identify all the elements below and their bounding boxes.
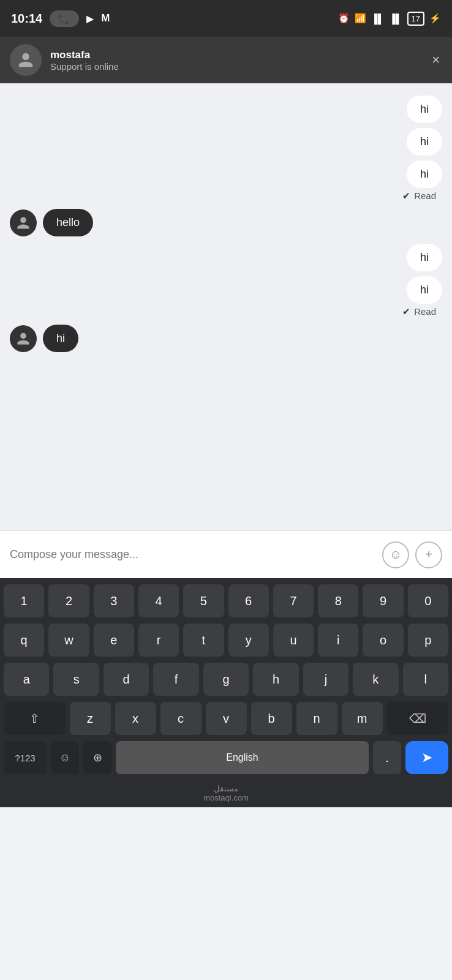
sent-group-1: hi hi hi ✔ Read: [10, 96, 442, 202]
gmail-icon: M: [101, 12, 110, 24]
watermark: مستقل mostaql.com: [0, 782, 452, 807]
key-e[interactable]: e: [94, 624, 134, 657]
wifi-icon: 📶: [355, 13, 366, 24]
keyboard-zxcv-row: ⇧ z x c v b n m ⌫: [4, 702, 448, 735]
key-n[interactable]: n: [296, 702, 337, 735]
key-j[interactable]: j: [303, 663, 348, 696]
status-time: 10:14: [11, 12, 42, 26]
message-bubble: hi: [407, 96, 442, 123]
sender-avatar-2: [10, 325, 37, 352]
signal-icon-2: ▐▌: [389, 13, 402, 24]
key-4[interactable]: 4: [138, 584, 179, 617]
youtube-icon: ▶: [86, 13, 94, 24]
notif-text: mostafa Support is online: [50, 49, 421, 72]
notif-close-button[interactable]: ×: [429, 50, 442, 70]
key-t[interactable]: t: [183, 624, 224, 657]
key-f[interactable]: f: [153, 663, 198, 696]
period-key[interactable]: .: [373, 741, 401, 774]
num-sym-key[interactable]: ?123: [4, 741, 47, 774]
key-5[interactable]: 5: [183, 584, 224, 617]
watermark-line2: mostaql.com: [0, 793, 452, 802]
key-8[interactable]: 8: [318, 584, 358, 617]
key-v[interactable]: v: [206, 702, 247, 735]
key-b[interactable]: b: [251, 702, 292, 735]
compose-bar: ☺ +: [0, 530, 452, 578]
signal-icon-1: ▐▌: [371, 13, 384, 24]
key-0[interactable]: 0: [408, 584, 448, 617]
add-attachment-button[interactable]: +: [415, 541, 442, 568]
alarm-icon: ⏰: [338, 13, 350, 24]
status-bar: 10:14 📞 ▶ M ⏰ 📶 ▐▌ ▐▌ 17 ⚡: [0, 0, 452, 37]
message-bubble: hi: [407, 160, 442, 188]
keyboard-qwerty-row: q w e r t y u i o p: [4, 624, 448, 657]
keyboard-bottom-row: ?123 ☺ ⊕ English . ➤: [4, 741, 448, 774]
key-6[interactable]: 6: [228, 584, 269, 617]
backspace-key[interactable]: ⌫: [387, 702, 449, 735]
notif-avatar: [10, 44, 42, 76]
notif-status: Support is online: [50, 61, 421, 72]
key-q[interactable]: q: [4, 624, 44, 657]
notif-name: mostafa: [50, 49, 421, 61]
key-s[interactable]: s: [53, 663, 99, 696]
received-row: hello: [10, 209, 442, 236]
key-m[interactable]: m: [342, 702, 383, 735]
send-button[interactable]: ➤: [405, 741, 448, 774]
key-l[interactable]: l: [403, 663, 448, 696]
key-a[interactable]: a: [4, 663, 49, 696]
key-w[interactable]: w: [48, 624, 89, 657]
key-x[interactable]: x: [115, 702, 156, 735]
message-bubble: hi: [407, 276, 442, 304]
watermark-line1: مستقل: [0, 784, 452, 793]
key-c[interactable]: c: [160, 702, 202, 735]
message-bubble: hi: [407, 244, 442, 271]
key-y[interactable]: y: [228, 624, 269, 657]
received-row-2: hi: [10, 325, 442, 352]
notification-bar: mostafa Support is online ×: [0, 37, 452, 83]
shift-key[interactable]: ⇧: [4, 702, 66, 735]
key-i[interactable]: i: [318, 624, 358, 657]
key-u[interactable]: u: [273, 624, 314, 657]
sender-avatar: [10, 209, 37, 236]
message-bubble: hello: [43, 209, 93, 236]
key-z[interactable]: z: [70, 702, 111, 735]
message-bubble: hi: [407, 128, 442, 156]
compose-icons: ☺ +: [382, 541, 442, 568]
key-k[interactable]: k: [353, 663, 398, 696]
key-1[interactable]: 1: [4, 584, 44, 617]
read-status: ✔ Read: [402, 190, 442, 202]
key-2[interactable]: 2: [48, 584, 89, 617]
key-7[interactable]: 7: [273, 584, 314, 617]
message-bubble-2: hi: [43, 325, 78, 352]
keyboard-asdf-row: a s d f g h j k l: [4, 663, 448, 696]
key-o[interactable]: o: [363, 624, 403, 657]
phone-call-icon: 📞: [50, 10, 79, 27]
sent-group-2: hi hi ✔ Read: [10, 244, 442, 317]
keyboard: 1 2 3 4 5 6 7 8 9 0 q w e r t y u i o p …: [0, 578, 452, 782]
keyboard-number-row: 1 2 3 4 5 6 7 8 9 0: [4, 584, 448, 617]
charging-icon: ⚡: [429, 13, 441, 24]
key-h[interactable]: h: [253, 663, 298, 696]
chat-area: hi hi hi ✔ Read hello hi hi ✔ Read hi: [0, 83, 452, 530]
key-9[interactable]: 9: [363, 584, 403, 617]
key-r[interactable]: r: [138, 624, 179, 657]
battery-indicator: 17: [407, 12, 424, 26]
language-key[interactable]: ⊕: [83, 741, 111, 774]
compose-input[interactable]: [10, 548, 375, 561]
key-d[interactable]: d: [104, 663, 149, 696]
read-status: ✔ Read: [402, 306, 442, 317]
emoji-key[interactable]: ☺: [51, 741, 79, 774]
key-3[interactable]: 3: [94, 584, 134, 617]
key-p[interactable]: p: [408, 624, 448, 657]
emoji-button[interactable]: ☺: [382, 541, 409, 568]
key-g[interactable]: g: [203, 663, 249, 696]
space-key[interactable]: English: [116, 741, 369, 774]
